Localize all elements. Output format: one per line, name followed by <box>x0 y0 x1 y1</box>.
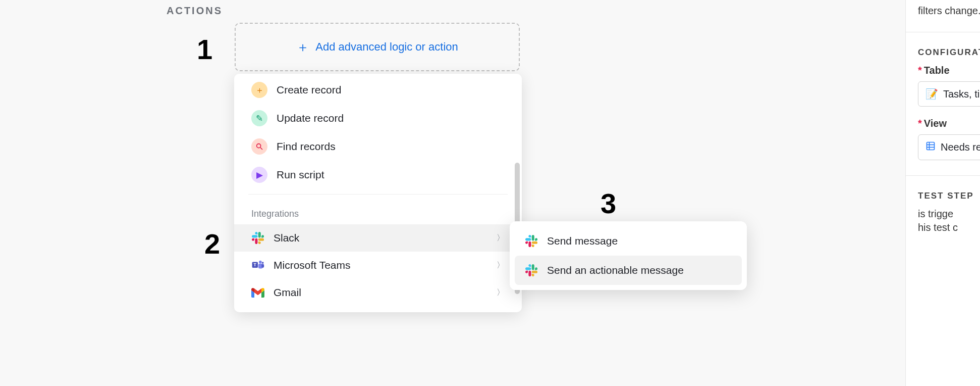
action-label: Update record <box>277 112 344 124</box>
chevron-right-icon: 〉 <box>497 260 505 271</box>
divider <box>906 32 980 32</box>
annotation-step-2: 2 <box>204 227 220 260</box>
submenu-item-label: Send an actionable message <box>547 264 684 276</box>
slack-send-message[interactable]: Send message <box>515 226 742 256</box>
msteams-icon: T <box>251 259 264 272</box>
search-circle-icon <box>251 138 267 155</box>
integration-msteams[interactable]: T Microsoft Teams 〉 <box>234 252 522 279</box>
trigger-description-text: filters change. <box>918 5 980 17</box>
annotation-step-3: 3 <box>601 187 616 220</box>
play-circle-icon: ▶ <box>251 167 267 183</box>
chevron-right-icon: 〉 <box>497 287 505 298</box>
configuration-header: CONFIGURATIO <box>918 47 980 58</box>
action-create-record[interactable]: ＋ Create record <box>234 76 522 104</box>
action-label: Find records <box>277 140 336 153</box>
integration-gmail[interactable]: Gmail 〉 <box>234 279 522 306</box>
view-select[interactable]: Needs rev <box>918 134 980 160</box>
annotation-step-1: 1 <box>197 33 212 66</box>
add-action-button[interactable]: ＋ Add advanced logic or action <box>235 23 520 71</box>
integration-label: Gmail <box>274 286 301 299</box>
test-step-header: TEST STEP <box>918 191 980 201</box>
test-step-text: is trigge <box>918 208 980 220</box>
integration-label: Slack <box>274 232 299 244</box>
view-value: Needs rev <box>941 141 980 153</box>
slack-icon <box>525 234 538 248</box>
plus-circle-icon: ＋ <box>251 82 267 98</box>
integrations-header: Integrations <box>234 200 522 224</box>
pencil-circle-icon: ✎ <box>251 110 267 126</box>
svg-line-1 <box>260 148 262 150</box>
svg-text:T: T <box>254 262 257 267</box>
divider <box>248 194 508 195</box>
svg-rect-7 <box>261 264 264 268</box>
svg-rect-8 <box>927 142 935 150</box>
grid-icon <box>925 141 936 154</box>
svg-point-6 <box>262 262 264 264</box>
actions-section-header: ACTIONS <box>167 5 223 17</box>
divider <box>906 175 980 176</box>
table-field-label: *Table <box>918 65 980 76</box>
view-field-label: *View <box>918 118 980 129</box>
test-step-text: his test c <box>918 222 980 233</box>
svg-point-4 <box>259 261 262 264</box>
svg-point-0 <box>257 144 261 148</box>
action-run-script[interactable]: ▶ Run script <box>234 161 522 189</box>
table-select[interactable]: 📝 Tasks, time <box>918 81 980 107</box>
slack-icon <box>525 264 538 277</box>
integration-slack[interactable]: Slack 〉 <box>234 224 522 252</box>
action-update-record[interactable]: ✎ Update record <box>234 104 522 132</box>
integration-label: Microsoft Teams <box>274 259 351 271</box>
memo-icon: 📝 <box>925 88 938 100</box>
add-action-label: Add advanced logic or action <box>315 40 458 54</box>
config-panel: filters change. CONFIGURATIO *Table 📝 Ta… <box>905 0 980 386</box>
action-label: Create record <box>277 84 341 96</box>
slack-submenu: Send message Send an actionable message <box>510 221 747 290</box>
table-value: Tasks, time <box>943 88 980 100</box>
gmail-icon <box>251 286 264 299</box>
slack-send-actionable-message[interactable]: Send an actionable message <box>515 256 742 285</box>
chevron-right-icon: 〉 <box>497 233 505 244</box>
action-find-records[interactable]: Find records <box>234 132 522 161</box>
actions-dropdown: ＋ Create record ✎ Update record Find rec… <box>234 74 522 312</box>
slack-icon <box>251 231 264 245</box>
action-label: Run script <box>277 169 324 181</box>
plus-icon: ＋ <box>296 40 309 54</box>
submenu-item-label: Send message <box>547 235 618 247</box>
